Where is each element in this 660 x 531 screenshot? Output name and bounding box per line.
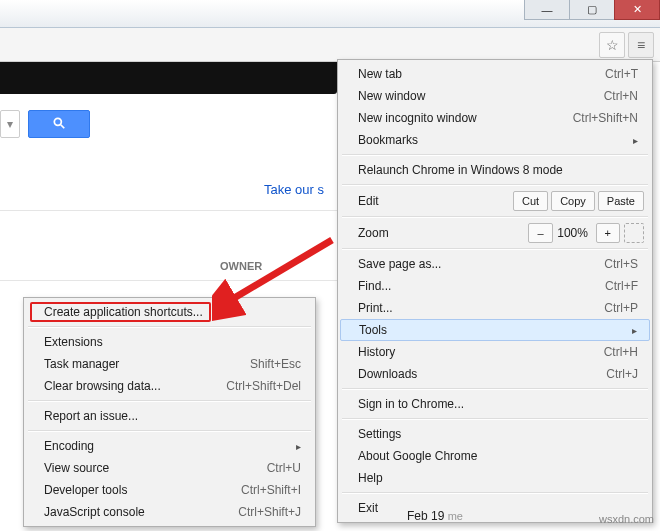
submenu-report-issue[interactable]: Report an issue... <box>26 405 313 427</box>
chrome-menu-button[interactable]: ≡ <box>628 32 654 58</box>
submenu-encoding[interactable]: Encoding <box>26 435 313 457</box>
menu-settings[interactable]: Settings <box>340 423 650 445</box>
svg-line-1 <box>61 124 65 128</box>
menu-separator <box>342 248 648 250</box>
zoom-out-button[interactable]: – <box>528 223 552 243</box>
menu-tools[interactable]: Tools <box>340 319 650 341</box>
menu-separator <box>342 184 648 186</box>
menu-separator <box>342 388 648 390</box>
menu-edit-row: Edit Cut Copy Paste <box>340 189 650 213</box>
menu-signin[interactable]: Sign in to Chrome... <box>340 393 650 415</box>
submenu-clear-browsing[interactable]: Clear browsing data...Ctrl+Shift+Del <box>26 375 313 397</box>
menu-save-as[interactable]: Save page as...Ctrl+S <box>340 253 650 275</box>
chrome-main-menu: New tabCtrl+T New windowCtrl+N New incog… <box>337 59 653 523</box>
menu-separator <box>28 430 311 432</box>
menu-new-tab[interactable]: New tabCtrl+T <box>340 63 650 85</box>
paste-button[interactable]: Paste <box>598 191 644 211</box>
divider <box>0 210 337 211</box>
menu-separator <box>342 492 648 494</box>
submenu-create-shortcuts[interactable]: Create application shortcuts... <box>26 301 313 323</box>
tools-submenu: Create application shortcuts... Extensio… <box>23 297 316 527</box>
browser-toolbar: ☆ ≡ <box>0 28 660 62</box>
menu-about[interactable]: About Google Chrome <box>340 445 650 467</box>
window-titlebar: — ▢ ✕ <box>0 0 660 28</box>
column-header-owner: OWNER <box>220 260 262 272</box>
menu-relaunch-win8[interactable]: Relaunch Chrome in Windows 8 mode <box>340 159 650 181</box>
edit-label: Edit <box>358 194 510 208</box>
menu-downloads[interactable]: DownloadsCtrl+J <box>340 363 650 385</box>
submenu-task-manager[interactable]: Task managerShift+Esc <box>26 353 313 375</box>
zoom-label: Zoom <box>358 226 525 240</box>
svg-point-0 <box>54 118 61 125</box>
window-close-button[interactable]: ✕ <box>614 0 660 20</box>
zoom-in-button[interactable]: + <box>596 223 620 243</box>
divider <box>0 280 337 281</box>
menu-new-window[interactable]: New windowCtrl+N <box>340 85 650 107</box>
menu-separator <box>28 400 311 402</box>
filter-dropdown[interactable]: ▾ <box>0 110 20 138</box>
menu-zoom-row: Zoom – 100% + <box>340 221 650 245</box>
window-maximize-button[interactable]: ▢ <box>569 0 615 20</box>
zoom-value: 100% <box>553 226 593 240</box>
watermark: wsxdn.com <box>599 513 654 525</box>
submenu-devtools[interactable]: Developer toolsCtrl+Shift+I <box>26 479 313 501</box>
cut-button[interactable]: Cut <box>513 191 548 211</box>
copy-button[interactable]: Copy <box>551 191 595 211</box>
menu-history[interactable]: HistoryCtrl+H <box>340 341 650 363</box>
menu-separator <box>342 154 648 156</box>
svg-line-2 <box>224 240 332 304</box>
search-icon <box>52 116 66 133</box>
app-header-dark <box>0 62 337 94</box>
submenu-view-source[interactable]: View sourceCtrl+U <box>26 457 313 479</box>
window-minimize-button[interactable]: — <box>524 0 570 20</box>
menu-help[interactable]: Help <box>340 467 650 489</box>
bookmark-star-icon[interactable]: ☆ <box>599 32 625 58</box>
take-survey-link[interactable]: Take our s <box>264 182 324 197</box>
menu-find[interactable]: Find...Ctrl+F <box>340 275 650 297</box>
menu-separator <box>342 216 648 218</box>
submenu-extensions[interactable]: Extensions <box>26 331 313 353</box>
menu-separator <box>28 326 311 328</box>
menu-bookmarks[interactable]: Bookmarks <box>340 129 650 151</box>
search-row: ▾ <box>0 110 90 138</box>
submenu-js-console[interactable]: JavaScript consoleCtrl+Shift+J <box>26 501 313 523</box>
fullscreen-icon[interactable] <box>624 223 644 243</box>
menu-separator <box>342 418 648 420</box>
search-button[interactable] <box>28 110 90 138</box>
date-label: Feb 19 me <box>407 509 463 523</box>
menu-incognito[interactable]: New incognito windowCtrl+Shift+N <box>340 107 650 129</box>
menu-print[interactable]: Print...Ctrl+P <box>340 297 650 319</box>
